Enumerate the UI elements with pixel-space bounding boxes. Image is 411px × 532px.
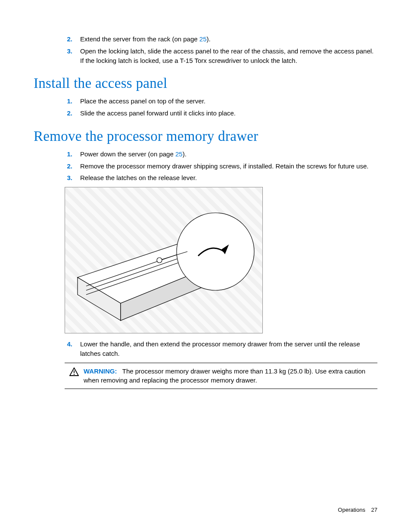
ordered-list: 1. Power down the server (on page 25). 2… [65, 149, 377, 183]
page-ref-link[interactable]: 25 [199, 35, 207, 43]
list-number: 1. [65, 96, 80, 106]
figure-server-latch [65, 187, 263, 333]
list-number: 2. [65, 162, 80, 171]
svg-point-12 [74, 373, 75, 374]
ordered-list-continued: 4. Lower the handle, and then extend the… [65, 339, 377, 358]
list-text: Remove the processor memory drawer shipp… [80, 162, 377, 171]
list-text: Slide the access panel forward until it … [80, 109, 377, 118]
warning-text: WARNING: The processor memory drawer wei… [84, 367, 377, 386]
heading-install-access-panel: Install the access panel [34, 75, 377, 91]
list-item: 1. Power down the server (on page 25). [65, 149, 377, 159]
list-number: 1. [65, 149, 80, 159]
continued-ordered-list: 2. Extend the server from the rack (on p… [65, 34, 377, 65]
svg-point-6 [177, 213, 254, 290]
heading-remove-processor-memory-drawer: Remove the processor memory drawer [34, 128, 377, 144]
server-latch-illustration-icon [69, 191, 258, 329]
list-item: 2. Slide the access panel forward until … [65, 109, 377, 118]
list-number: 3. [65, 47, 80, 65]
footer-section: Operations [338, 507, 365, 513]
list-text: Power down the server (on page 25). [80, 149, 377, 159]
list-item: 2. Remove the processor memory drawer sh… [65, 162, 377, 171]
list-number: 4. [65, 339, 80, 358]
list-text: Extend the server from the rack (on page… [80, 34, 377, 44]
svg-point-9 [157, 258, 162, 263]
list-item: 3. Open the locking latch, slide the acc… [65, 47, 377, 65]
list-text: Release the latches on the release lever… [80, 173, 377, 183]
list-item: 1. Place the access panel on top of the … [65, 96, 377, 106]
page-ref-link[interactable]: 25 [175, 150, 183, 158]
list-number: 3. [65, 173, 80, 183]
footer-page-number: 27 [371, 507, 377, 513]
page-footer: Operations 27 [338, 507, 377, 513]
ordered-list: 1. Place the access panel on top of the … [65, 96, 377, 118]
warning-label: WARNING: [84, 367, 117, 375]
list-item: 4. Lower the handle, and then extend the… [65, 339, 377, 358]
list-text: Place the access panel on top of the ser… [80, 96, 377, 106]
list-text: Lower the handle, and then extend the pr… [80, 339, 377, 358]
warning-callout: WARNING: The processor memory drawer wei… [65, 363, 377, 389]
list-number: 2. [65, 34, 80, 44]
list-number: 2. [65, 109, 80, 118]
warning-icon [65, 367, 84, 386]
list-item: 3. Release the latches on the release le… [65, 173, 377, 183]
list-item: 2. Extend the server from the rack (on p… [65, 34, 377, 44]
list-text: Open the locking latch, slide the access… [80, 47, 377, 65]
